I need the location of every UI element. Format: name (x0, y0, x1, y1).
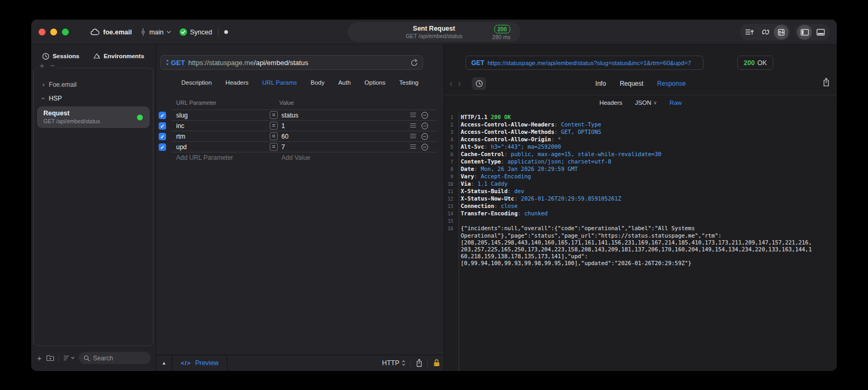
export-response-icon[interactable] (823, 78, 830, 87)
request-list-item-selected[interactable]: Request GET /api/embed/status (37, 106, 150, 128)
remove-param-button[interactable] (421, 133, 428, 140)
method-label: GET (171, 59, 185, 67)
collapse-panel-button[interactable]: ▲ (156, 355, 172, 371)
drag-handle-icon[interactable] (410, 133, 416, 139)
sync-status[interactable]: Synced (179, 28, 212, 36)
sessions-list: › Foe.email › HSP Request GET /api/embed… (33, 68, 153, 346)
response-subtab[interactable]: Headers ∨ (599, 99, 622, 106)
equals-icon[interactable]: = (270, 122, 278, 130)
request-tab[interactable]: Options (364, 79, 386, 86)
response-url-box[interactable]: GET https://statuspage.me/api/embed/stat… (465, 56, 703, 70)
sent-request-capsule[interactable]: Sent Request GET /api/embed/status 200 2… (348, 22, 520, 42)
project-name[interactable]: foe.email (103, 29, 132, 36)
unsaved-indicator-dot (224, 30, 228, 34)
param-value[interactable]: 60 (281, 133, 288, 140)
request-tab[interactable]: Body (310, 79, 324, 86)
request-success-dot (137, 114, 143, 120)
branch-selector[interactable]: main (140, 28, 171, 36)
zoom-window-button[interactable] (62, 29, 69, 35)
request-url-bar[interactable]: GET https://statuspage.me/api/embed/stat… (160, 55, 423, 70)
code-line: 13 Connection: close (444, 203, 837, 210)
share-icon[interactable] (416, 359, 423, 367)
equals-icon[interactable]: = (270, 143, 278, 151)
param-name[interactable]: inc (176, 122, 184, 130)
equals-icon[interactable]: = (270, 132, 278, 140)
remove-param-button[interactable] (421, 112, 428, 119)
param-checkbox[interactable]: ✓ (159, 133, 166, 140)
new-request-button[interactable]: + (37, 355, 42, 361)
response-tab[interactable]: Request (620, 80, 644, 87)
search-input[interactable] (93, 355, 146, 362)
param-checkbox[interactable]: ✓ (159, 112, 166, 119)
method-selector[interactable]: GET (166, 59, 185, 67)
request-tab[interactable]: Testing (399, 79, 418, 86)
close-window-button[interactable] (39, 29, 45, 35)
toggle-bottom-panel-button[interactable] (813, 25, 828, 40)
code-line: 3 Access-Control-Allow-Methods: GET, OPT… (444, 129, 837, 136)
add-session-button[interactable]: + (40, 62, 44, 69)
request-item-subtitle: GET /api/embed/status (43, 118, 143, 124)
chevron-down-icon: › (41, 97, 46, 99)
drag-handle-icon[interactable] (410, 112, 416, 117)
new-folder-button[interactable] (46, 355, 54, 361)
param-rows: ✓ slug = status ✓ inc = 1 ✓ rtm = 60 (156, 110, 444, 152)
remove-param-button[interactable] (421, 143, 428, 151)
request-url-text[interactable]: https://statuspage.me/api/embed/status (188, 59, 308, 67)
cloud-icon (90, 29, 99, 35)
response-subtab[interactable]: JSON ∨ (635, 99, 657, 106)
remove-param-button[interactable] (421, 122, 428, 130)
param-checkbox[interactable]: ✓ (159, 143, 166, 151)
remove-session-button[interactable]: − (50, 62, 55, 69)
drag-handle-icon[interactable] (410, 144, 416, 149)
import-export-button[interactable] (774, 25, 789, 40)
tree-item-foe-email[interactable]: › Foe.email (34, 78, 153, 92)
param-name[interactable]: slug (176, 112, 188, 119)
add-url-parameter[interactable]: Add URL Parameter (176, 154, 233, 161)
tab-environments[interactable]: Environments (93, 53, 144, 60)
sidebar-search[interactable] (79, 352, 151, 364)
code-line: 12 X-Status-Now-Utc: 2026-01-26T20:29:59… (444, 195, 837, 203)
resend-request-icon[interactable] (410, 59, 418, 67)
line-number: 2 (444, 121, 456, 129)
preview-button[interactable]: </> Preview (172, 355, 227, 371)
response-method: GET (471, 59, 485, 67)
response-tab[interactable]: Response (657, 80, 686, 87)
line-number: 12 (444, 195, 456, 203)
param-name[interactable]: rtm (176, 133, 185, 140)
minimize-window-button[interactable] (50, 29, 57, 35)
equals-icon[interactable]: = (270, 111, 278, 119)
main-area: Sessions Environments + − › Foe.email (31, 44, 837, 370)
sort-filter-button[interactable] (63, 355, 75, 361)
line-number: 13 (444, 203, 456, 210)
export-code-button[interactable] (742, 25, 757, 40)
response-nav: ‹ › InfoRequestResponse (444, 76, 837, 91)
code-line: 2 Access-Control-Allow-Headers: Content-… (444, 121, 837, 129)
protocol-selector[interactable]: HTTP (382, 359, 406, 367)
add-param-row: Add URL ParameterAdd Value (156, 152, 444, 163)
add-value[interactable]: Add Value (281, 154, 310, 161)
param-name[interactable]: upd (176, 143, 187, 151)
response-tab[interactable]: Info (596, 80, 606, 87)
tab-sessions[interactable]: Sessions (42, 53, 79, 60)
param-checkbox[interactable]: ✓ (159, 122, 166, 130)
tree-item-label: HSP (49, 95, 62, 102)
param-value[interactable]: status (281, 112, 298, 119)
tree-item-hsp[interactable]: › HSP (34, 92, 153, 105)
param-table-header: URL Parameter Value (156, 99, 444, 110)
code-line: [0,99.94,100,99.93,99.98,99.95,100],"upd… (444, 260, 837, 267)
request-tab[interactable]: URL Params (262, 79, 297, 86)
request-tab[interactable]: Headers (225, 79, 248, 86)
code-line: 6 Cache-Control: public, max-age=15, sta… (444, 151, 837, 158)
param-value[interactable]: 1 (281, 122, 285, 130)
request-tab[interactable]: Auth (338, 79, 351, 86)
chevron-right-icon: › (42, 82, 44, 87)
session-loop-button[interactable] (758, 25, 773, 40)
request-tab[interactable]: Description (181, 79, 212, 86)
toggle-left-sidebar-button[interactable] (797, 25, 812, 40)
lock-icon[interactable] (433, 359, 440, 367)
session-add-remove: + − (38, 62, 57, 69)
code-line: 9 Vary: Accept-Encoding (444, 173, 837, 180)
response-subtab[interactable]: Raw ∨ (670, 99, 682, 106)
drag-handle-icon[interactable] (410, 123, 416, 128)
param-value[interactable]: 7 (281, 143, 285, 151)
